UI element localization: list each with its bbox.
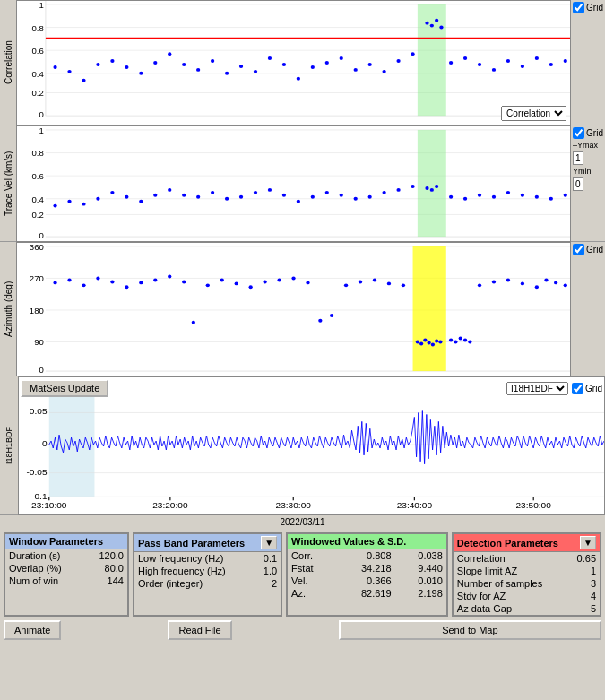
svg-text:180: 180 <box>30 307 44 315</box>
svg-text:23:20:00: 23:20:00 <box>152 501 187 510</box>
svg-point-49 <box>506 59 510 63</box>
svg-point-28 <box>239 65 243 68</box>
date-label: 2022/03/11 <box>0 515 605 529</box>
svg-point-70 <box>96 197 99 201</box>
svg-point-98 <box>478 194 481 197</box>
tvel-ymin-label: Ymin <box>573 167 592 176</box>
az-grid-check[interactable]: Grid <box>573 244 603 255</box>
wp-value-0: 120.0 <box>85 549 127 562</box>
table-row: High frequency (Hz) 1.0 <box>134 565 281 577</box>
corr-grid-check[interactable]: Grid <box>573 2 603 13</box>
seis-grid-check[interactable]: Grid <box>572 383 602 394</box>
seis-grid-checkbox[interactable] <box>572 383 583 394</box>
svg-point-130 <box>249 285 253 289</box>
svg-point-96 <box>449 195 453 199</box>
svg-point-23 <box>168 52 171 56</box>
svg-point-157 <box>521 281 524 285</box>
svg-point-78 <box>211 191 214 194</box>
tvel-ymax-value: 1 <box>575 153 581 163</box>
svg-point-148 <box>438 341 442 344</box>
svg-point-136 <box>330 314 333 317</box>
tvel-grid-checkbox[interactable] <box>573 127 584 139</box>
svg-point-141 <box>402 283 405 287</box>
wv-value-0: 0.808 <box>334 549 394 562</box>
tvel-grid-check[interactable]: Grid <box>573 127 603 139</box>
tvel-ymin-value: 0 <box>575 179 581 189</box>
seismogram-chart-panel: I18H1BDF MatSeis Update I18H1BDF Grid <box>0 376 605 515</box>
svg-point-152 <box>463 339 467 342</box>
svg-text:90: 90 <box>34 339 44 348</box>
corr-dropdown[interactable]: Correlation Fstat Velocity <box>501 106 566 121</box>
svg-point-95 <box>435 185 438 188</box>
windowed-values-table: Corr. 0.808 0.038 Fstat 34.218 9.440 Vel… <box>288 549 446 600</box>
window-params-header: Window Parameters <box>5 534 127 549</box>
table-row: Overlap (%) 80.0 <box>5 562 127 575</box>
svg-point-117 <box>67 278 71 281</box>
svg-point-118 <box>82 283 85 287</box>
tvel-ymin-input-area: 0 <box>573 177 583 191</box>
svg-point-127 <box>206 283 210 287</box>
svg-point-35 <box>340 56 343 60</box>
svg-point-150 <box>454 341 457 344</box>
svg-point-121 <box>125 285 128 289</box>
svg-point-26 <box>211 59 214 63</box>
svg-text:23:10:00: 23:10:00 <box>31 501 66 510</box>
az-right-controls: Grid <box>571 242 605 376</box>
pb-value-0: 0.1 <box>255 552 281 565</box>
animate-button[interactable]: Animate <box>4 620 61 640</box>
table-row: Number of samples 3 <box>454 577 600 590</box>
detection-dropdown-btn[interactable]: ▼ <box>580 536 596 549</box>
svg-point-77 <box>196 195 200 199</box>
table-row: Az data Gap 5 <box>454 602 600 615</box>
matseis-update-button[interactable]: MatSeis Update <box>21 379 108 397</box>
svg-point-149 <box>449 339 453 342</box>
svg-point-19 <box>110 59 114 63</box>
passband-params-title: Pass Band Parameters <box>138 538 245 549</box>
wv-value-1: 34.218 <box>334 562 394 575</box>
az-grid-checkbox[interactable] <box>573 244 584 255</box>
wv-sd-1: 9.440 <box>395 562 446 575</box>
seis-station-dropdown[interactable]: I18H1BDF <box>506 382 568 395</box>
svg-point-139 <box>373 278 376 281</box>
wp-label-0: Duration (s) <box>5 549 85 562</box>
svg-point-24 <box>182 63 186 66</box>
svg-point-87 <box>340 194 343 197</box>
svg-point-159 <box>544 278 548 281</box>
svg-point-153 <box>468 341 471 344</box>
detection-params-box: Detection Parameters ▼ Correlation 0.65 … <box>452 532 601 617</box>
svg-point-146 <box>431 342 435 346</box>
passband-dropdown-btn[interactable]: ▼ <box>261 536 277 549</box>
svg-point-89 <box>368 195 372 199</box>
corr-grid-checkbox[interactable] <box>573 2 584 13</box>
svg-point-21 <box>139 72 143 75</box>
main-container: Correlation 1 0.8 0.6 0.4 0.2 0 <box>0 0 605 700</box>
svg-point-76 <box>182 194 186 197</box>
svg-point-129 <box>235 281 238 285</box>
dp-value-3: 4 <box>567 590 600 602</box>
corr-dropdown-container: Correlation Fstat Velocity <box>501 106 566 121</box>
svg-point-102 <box>535 195 539 199</box>
svg-point-15 <box>53 65 56 69</box>
svg-point-17 <box>82 79 85 82</box>
pb-label-1: High frequency (Hz) <box>134 565 255 577</box>
pb-label-0: Low frequency (Hz) <box>134 552 255 565</box>
svg-point-30 <box>268 56 272 60</box>
svg-text:360: 360 <box>30 243 44 252</box>
svg-point-33 <box>311 65 315 69</box>
svg-point-83 <box>282 194 286 197</box>
svg-point-154 <box>478 283 481 287</box>
dp-label-4: Az data Gap <box>454 602 567 615</box>
svg-point-16 <box>67 70 71 73</box>
svg-point-73 <box>139 200 143 203</box>
read-file-button[interactable]: Read File <box>168 620 231 640</box>
windowed-values-box: Windowed Values & S.D. Corr. 0.808 0.038… <box>286 532 448 617</box>
detection-params-header: Detection Parameters ▼ <box>454 534 600 552</box>
az-chart-inner: 360 270 180 90 0 <box>16 242 571 376</box>
svg-point-92 <box>411 185 414 188</box>
send-to-map-button[interactable]: Send to Map <box>339 620 601 640</box>
svg-point-161 <box>564 283 567 287</box>
dp-value-0: 0.65 <box>567 552 600 565</box>
tvel-grid-label: Grid <box>586 128 603 138</box>
svg-point-25 <box>196 68 200 72</box>
svg-point-94 <box>430 188 434 192</box>
